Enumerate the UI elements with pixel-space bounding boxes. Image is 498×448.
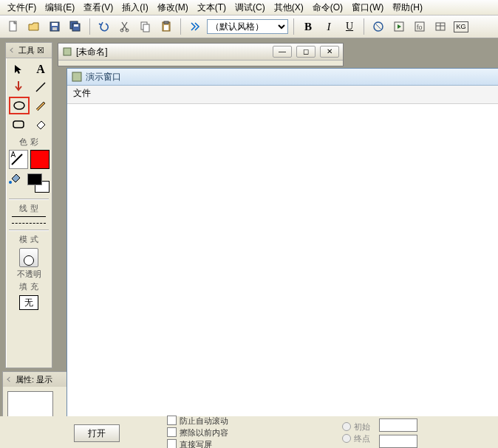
- pointer-tool[interactable]: [9, 61, 28, 77]
- paste-icon[interactable]: [157, 18, 175, 35]
- bucket-tool[interactable]: [8, 171, 24, 187]
- svg-rect-22: [64, 48, 71, 55]
- line-section-label: 线 型: [6, 201, 52, 214]
- opaque-toggle[interactable]: [19, 248, 38, 267]
- radio-initial[interactable]: 初始: [342, 421, 370, 433]
- open-file-icon[interactable]: [25, 18, 43, 35]
- fill-section-label: 填 充: [6, 280, 52, 292]
- fg-bg-swatch[interactable]: [27, 173, 50, 193]
- demo-window-icon: [72, 72, 82, 82]
- roundrect-tool[interactable]: [9, 116, 28, 132]
- demo-canvas[interactable]: [67, 104, 498, 448]
- svg-rect-23: [72, 72, 81, 81]
- svg-rect-6: [74, 24, 78, 27]
- demo-window-title: 演示窗口: [86, 71, 121, 83]
- underline-icon[interactable]: U: [341, 18, 358, 35]
- fill-swatch[interactable]: [30, 150, 50, 169]
- svg-rect-13: [164, 25, 168, 30]
- demo-window-menubar: 文件: [67, 86, 498, 104]
- color-section-label: 色 彩: [6, 135, 52, 148]
- svg-rect-2: [52, 23, 58, 26]
- bold-icon[interactable]: B: [299, 18, 317, 35]
- svg-rect-20: [13, 121, 24, 128]
- demo-menu-file[interactable]: 文件: [73, 88, 91, 98]
- style-select[interactable]: （默认风格）: [207, 19, 288, 34]
- menu-window[interactable]: 窗口(W): [347, 0, 388, 15]
- line-style-solid[interactable]: [12, 216, 46, 221]
- svg-rect-12: [164, 21, 168, 24]
- minimize-button[interactable]: —: [273, 46, 292, 58]
- text-tool[interactable]: A: [31, 61, 50, 77]
- value-box-2[interactable]: [379, 435, 417, 448]
- workspace: 工具 ☒ A 色 彩 A 线 型 模 式 不透明 填 充 无: [0, 38, 498, 448]
- document-icon: [62, 46, 72, 57]
- save-icon[interactable]: [46, 18, 64, 35]
- menu-file[interactable]: 文件(F): [3, 0, 41, 15]
- bottom-bar: 打开 防止自动滚动 擦除以前内容 直接写屏 初始 终点: [0, 416, 498, 448]
- value-box-1[interactable]: [379, 418, 417, 432]
- menu-modify[interactable]: 修改(M): [153, 0, 193, 15]
- line-tool[interactable]: [31, 79, 50, 95]
- mode-section-label: 模 式: [6, 232, 52, 245]
- checkbox-no-autoscroll[interactable]: 防止自动滚动: [167, 416, 228, 427]
- stroke-swatch[interactable]: A: [9, 150, 28, 169]
- menu-text[interactable]: 文本(T): [193, 0, 231, 15]
- pen-tool[interactable]: [31, 97, 50, 113]
- cut-icon[interactable]: [116, 18, 134, 35]
- properties-title: 属性: 显示: [3, 372, 68, 387]
- menu-cmd[interactable]: 命令(O): [308, 0, 347, 15]
- menu-help[interactable]: 帮助(H): [388, 0, 427, 15]
- checkbox-direct-write[interactable]: 直接写屏: [167, 439, 228, 448]
- checkbox-erase-previous[interactable]: 擦除以前内容: [167, 427, 228, 438]
- menu-view[interactable]: 查看(V): [79, 0, 117, 15]
- run-icon[interactable]: [186, 18, 204, 35]
- new-file-icon[interactable]: [4, 18, 22, 35]
- document-title: [未命名]: [76, 46, 108, 58]
- form-icon[interactable]: fo: [411, 18, 429, 35]
- svg-text:fo: fo: [417, 24, 423, 31]
- line-style-dash[interactable]: [12, 223, 46, 227]
- kg-icon[interactable]: KG: [452, 18, 470, 35]
- svg-point-19: [14, 102, 24, 109]
- svg-point-21: [9, 181, 12, 184]
- radio-end[interactable]: 终点: [342, 433, 370, 444]
- toolbox-title: 工具 ☒: [6, 43, 52, 58]
- menu-insert[interactable]: 插入(I): [117, 0, 152, 15]
- menu-other[interactable]: 其他(X): [270, 0, 308, 15]
- arrow-down-tool[interactable]: [9, 79, 28, 95]
- opaque-label: 不透明: [6, 267, 52, 280]
- menu-debug[interactable]: 调试(C): [231, 0, 270, 15]
- ellipse-tool[interactable]: [9, 97, 30, 114]
- menu-bar: 文件(F) 编辑(E) 查看(V) 插入(I) 修改(M) 文本(T) 调试(C…: [0, 0, 498, 15]
- open-button[interactable]: 打开: [74, 424, 120, 442]
- copy-icon[interactable]: [137, 18, 154, 35]
- undo-icon[interactable]: [95, 18, 113, 35]
- menu-edit[interactable]: 编辑(E): [41, 0, 79, 15]
- italic-icon[interactable]: I: [320, 18, 338, 35]
- close-button[interactable]: ✕: [320, 46, 339, 58]
- link-icon[interactable]: [369, 18, 387, 35]
- svg-rect-3: [52, 27, 57, 30]
- document-window: [未命名] — ◻ ✕: [58, 43, 344, 66]
- eraser-tool[interactable]: [31, 116, 50, 132]
- table-icon[interactable]: [432, 18, 449, 35]
- play-icon[interactable]: [390, 18, 408, 35]
- main-toolbar: （默认风格） B I U fo KG: [0, 15, 498, 38]
- toolbox-panel: 工具 ☒ A 色 彩 A 线 型 模 式 不透明 填 充 无: [5, 42, 52, 368]
- svg-rect-10: [143, 24, 149, 32]
- demo-window: 演示窗口 文件: [66, 68, 498, 448]
- maximize-button[interactable]: ◻: [296, 46, 315, 58]
- fill-none[interactable]: 无: [19, 295, 38, 310]
- save-all-icon[interactable]: [66, 18, 84, 35]
